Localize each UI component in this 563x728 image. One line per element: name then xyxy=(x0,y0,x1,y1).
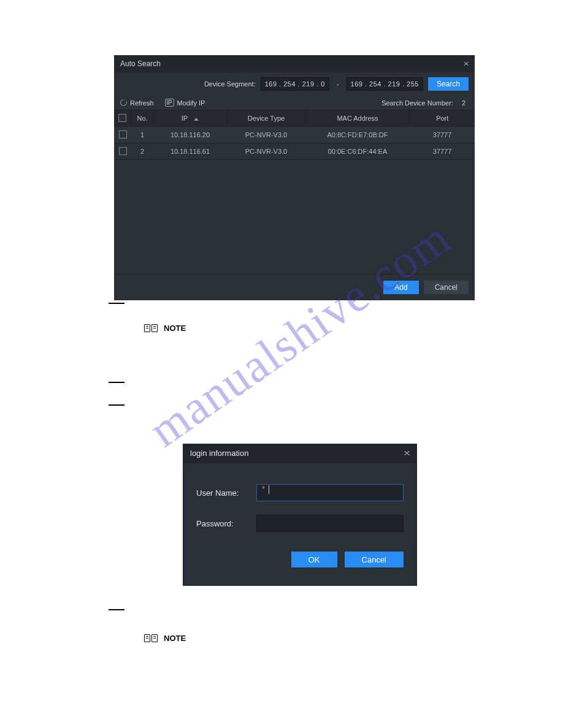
username-input[interactable]: * xyxy=(256,484,404,501)
select-all-checkbox[interactable] xyxy=(118,114,126,122)
auto-search-titlebar: Auto Search × xyxy=(114,55,475,72)
auto-search-toolbar: Refresh IP Modify IP Search Device Numbe… xyxy=(114,96,475,110)
table-empty-area xyxy=(114,159,475,274)
login-title: login information xyxy=(190,444,248,463)
auto-search-title: Auto Search xyxy=(120,55,161,72)
cell-port: 37777 xyxy=(410,143,475,160)
password-row: Password: xyxy=(196,515,404,532)
cell-port: 37777 xyxy=(410,127,475,143)
login-titlebar: login information × xyxy=(183,444,417,463)
note-label: NOTE xyxy=(164,634,186,643)
row-checkbox[interactable] xyxy=(119,147,127,155)
cell-type: PC-NVR-V3.0 xyxy=(227,127,305,143)
ok-button[interactable]: OK xyxy=(291,552,337,567)
search-device-number: Search Device Number: 2 xyxy=(381,99,469,107)
text-cursor xyxy=(269,485,269,494)
refresh-button[interactable]: Refresh xyxy=(120,99,154,107)
rule xyxy=(109,404,124,406)
modify-ip-button[interactable]: IP Modify IP xyxy=(165,99,205,107)
rule xyxy=(109,382,124,383)
col-device-type[interactable]: Device Type xyxy=(227,110,305,127)
rule xyxy=(109,303,124,304)
col-port[interactable]: Port xyxy=(410,110,475,127)
note-block: NOTE xyxy=(143,634,186,643)
cell-no: 1 xyxy=(131,127,153,143)
segment-start-ip[interactable]: 169 . 254 . 219 . 0 xyxy=(261,77,329,91)
cell-ip: 10.18.116.61 xyxy=(153,143,227,160)
cell-no: 2 xyxy=(131,143,153,160)
required-icon: * xyxy=(262,485,265,493)
add-button[interactable]: Add xyxy=(383,281,418,294)
device-segment-row: Device Segment: 169 . 254 . 219 . 0 - 16… xyxy=(114,72,475,96)
cell-ip: 10.18.116.20 xyxy=(153,127,227,143)
password-label: Password: xyxy=(196,519,256,528)
ip-icon: IP xyxy=(165,99,174,107)
search-button[interactable]: Search xyxy=(428,77,469,91)
device-table: No. IP Device Type MAC Address Port 1 10… xyxy=(114,110,475,159)
table-row[interactable]: 2 10.18.116.61 PC-NVR-V3.0 00:0E:C6:DF:4… xyxy=(114,143,475,160)
rule xyxy=(109,609,124,610)
login-footer: OK Cancel xyxy=(183,552,417,571)
auto-search-footer: Add Cancel xyxy=(114,274,475,300)
col-mac[interactable]: MAC Address xyxy=(305,110,410,127)
table-row[interactable]: 1 10.18.116.20 PC-NVR-V3.0 A0:8C:FD:E7:0… xyxy=(114,127,475,143)
sort-asc-icon xyxy=(194,118,199,121)
cancel-button[interactable]: Cancel xyxy=(424,281,469,294)
segment-end-ip[interactable]: 169 . 254 . 219 . 255 xyxy=(347,77,423,91)
note-label: NOTE xyxy=(164,324,186,333)
note-icon xyxy=(143,324,159,333)
device-segment-label: Device Segment: xyxy=(204,80,256,88)
col-ip[interactable]: IP xyxy=(153,110,227,127)
close-icon[interactable]: × xyxy=(404,444,410,463)
password-input[interactable] xyxy=(256,515,404,532)
cell-mac: A0:8C:FD:E7:0B:DF xyxy=(305,127,410,143)
segment-dash: - xyxy=(334,80,342,88)
row-checkbox[interactable] xyxy=(119,131,127,138)
col-no[interactable]: No. xyxy=(131,110,153,127)
auto-search-dialog: Auto Search × Device Segment: 169 . 254 … xyxy=(114,55,475,300)
username-label: User Name: xyxy=(196,488,256,498)
close-icon[interactable]: × xyxy=(463,55,469,72)
note-icon xyxy=(143,634,159,643)
cell-mac: 00:0E:C6:DF:44:EA xyxy=(305,143,410,160)
table-header-row: No. IP Device Type MAC Address Port xyxy=(114,110,475,127)
note-block: NOTE xyxy=(143,324,186,333)
refresh-icon xyxy=(119,98,128,107)
cancel-button[interactable]: Cancel xyxy=(345,552,404,567)
username-row: User Name: * xyxy=(196,484,404,501)
cell-type: PC-NVR-V3.0 xyxy=(227,143,305,160)
login-dialog: login information × User Name: * Passwor… xyxy=(183,444,417,586)
